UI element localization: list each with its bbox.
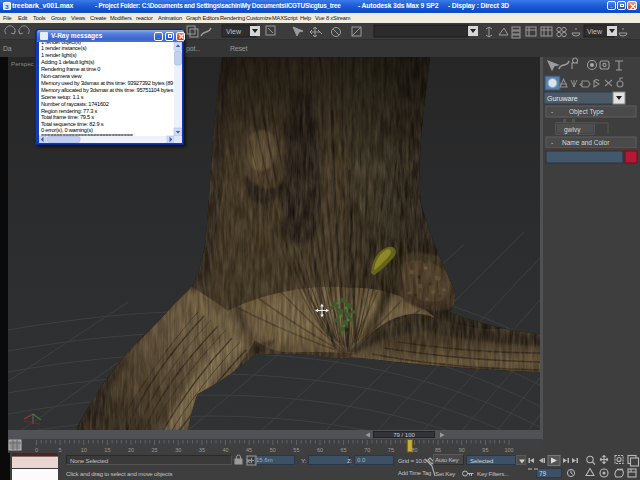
svg-text:gwIvy: gwIvy: [564, 126, 581, 134]
svg-text:Object Type: Object Type: [569, 108, 604, 116]
svg-text:5: 5: [59, 447, 62, 453]
svg-text:View: View: [587, 28, 603, 35]
svg-text:0: 0: [35, 447, 38, 453]
svg-text:40: 40: [222, 447, 228, 453]
svg-text:85: 85: [435, 447, 441, 453]
svg-text:-: -: [551, 139, 553, 146]
svg-text:-: -: [551, 108, 553, 115]
svg-text:25: 25: [152, 447, 158, 453]
svg-text:55: 55: [293, 447, 299, 453]
svg-text:20: 20: [128, 447, 134, 453]
svg-text:45: 45: [246, 447, 252, 453]
svg-text:95: 95: [482, 447, 488, 453]
svg-text:10: 10: [81, 447, 87, 453]
svg-text:50: 50: [270, 447, 276, 453]
svg-text:70: 70: [364, 447, 370, 453]
svg-text:65: 65: [341, 447, 347, 453]
svg-text:60: 60: [317, 447, 323, 453]
svg-text:80: 80: [411, 447, 417, 453]
svg-text:75: 75: [388, 447, 394, 453]
svg-text:100: 100: [504, 447, 513, 453]
svg-text:Perspec: Perspec: [11, 60, 34, 67]
svg-text:90: 90: [459, 447, 465, 453]
svg-text:30: 30: [175, 447, 181, 453]
svg-text:15: 15: [104, 447, 110, 453]
svg-text:View: View: [226, 28, 242, 35]
svg-text:Name and Color: Name and Color: [562, 139, 610, 146]
svg-text:35: 35: [199, 447, 205, 453]
svg-text:Guruware: Guruware: [547, 95, 578, 102]
